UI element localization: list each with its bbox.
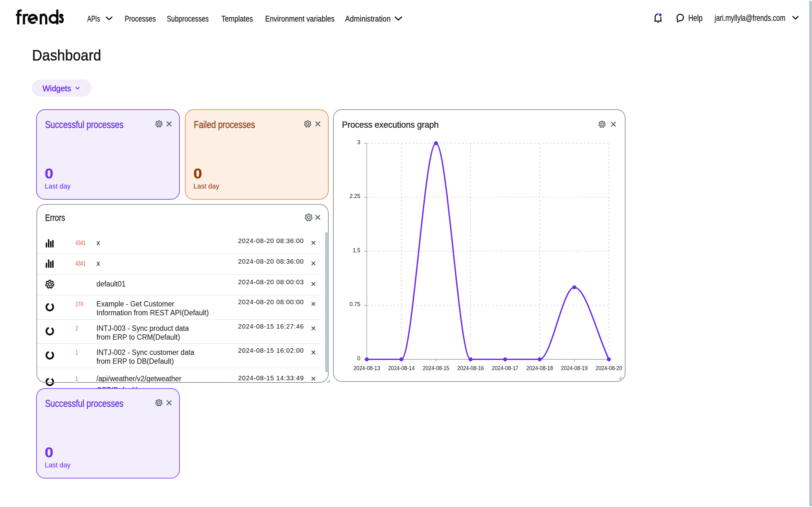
svg-text:2024-08-15: 2024-08-15 <box>423 365 450 372</box>
svg-text:0: 0 <box>357 355 360 361</box>
svg-text:0.75: 0.75 <box>350 301 360 307</box>
svg-text:1.5: 1.5 <box>353 247 360 253</box>
svg-text:2024-08-19: 2024-08-19 <box>561 365 588 372</box>
svg-text:3: 3 <box>357 139 360 146</box>
svg-text:2024-08-14: 2024-08-14 <box>388 365 415 372</box>
svg-text:2024-08-20: 2024-08-20 <box>596 365 622 372</box>
svg-text:2024-08-16: 2024-08-16 <box>457 365 484 372</box>
svg-text:2024-08-18: 2024-08-18 <box>526 365 553 372</box>
svg-text:2024-08-17: 2024-08-17 <box>492 365 519 372</box>
svg-text:2.25: 2.25 <box>350 193 360 199</box>
svg-text:2024-08-13: 2024-08-13 <box>353 365 380 372</box>
